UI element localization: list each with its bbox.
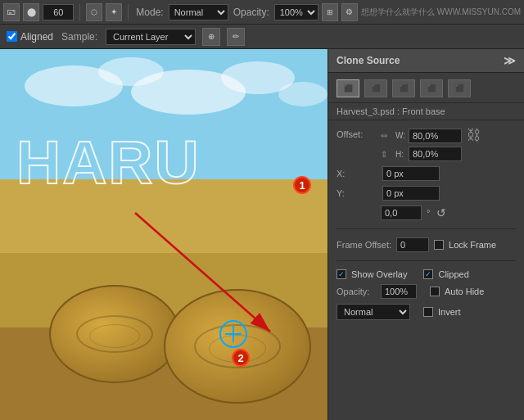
opacity-input[interactable] xyxy=(381,284,417,299)
normal-mode-select[interactable]: Normal xyxy=(337,304,410,320)
crosshair-circle xyxy=(219,320,247,348)
separator-2 xyxy=(337,260,516,261)
clipped-checkbox[interactable] xyxy=(423,269,433,279)
airbrush-icon[interactable]: ✦ xyxy=(106,3,122,21)
panel-body: Offset: ⇔ W: ⛓ ⇕ H: X: xyxy=(328,120,524,327)
frame-offset-label: Frame Offset: xyxy=(337,240,391,250)
opacity-select[interactable]: 100% xyxy=(274,4,318,20)
y-input[interactable] xyxy=(382,186,440,201)
w-row: ⇔ W: ⛓ xyxy=(381,127,481,144)
rotation-input[interactable] xyxy=(381,205,422,220)
canvas-text-overlay: HARU xyxy=(16,127,201,197)
h-input[interactable] xyxy=(409,147,462,161)
watermark-text: 想想学什么就学什么 WWW.MISSYUN.COM xyxy=(361,7,521,18)
x-input[interactable] xyxy=(382,166,440,181)
auto-hide-row: Auto Hide xyxy=(430,287,484,296)
sample-select[interactable]: Current Layer xyxy=(106,29,196,45)
opacity-row: Opacity: xyxy=(337,284,417,299)
brush-size-icon[interactable]: ⬤ xyxy=(23,3,39,21)
align-icon[interactable]: ⊞ xyxy=(322,3,338,21)
x-row: X: xyxy=(337,166,516,181)
main-area: HARU 1 2 Clone Source ≫ ⬛ ⬛ xyxy=(0,49,524,420)
aligned-label: Aligned xyxy=(20,31,53,43)
panel-menu-icon[interactable]: ≫ xyxy=(504,54,516,67)
stamp-tool-icon[interactable]: 🖃 xyxy=(3,3,20,21)
auto-hide-label: Auto Hide xyxy=(445,287,484,296)
reset-rotation-icon[interactable]: ↺ xyxy=(436,206,446,219)
aligned-checkbox[interactable] xyxy=(7,31,17,42)
badge-2: 2 xyxy=(232,349,250,367)
mode-select[interactable]: Normal xyxy=(169,4,228,20)
brush-size-input[interactable]: 60 xyxy=(43,4,74,20)
lock-frame-label: Lock Frame xyxy=(449,240,496,250)
source-icons-row: ⬛ ⬛ ⬛ ⬛ ⬛ xyxy=(328,73,524,103)
lock-frame-checkbox[interactable] xyxy=(434,240,444,250)
panel-header-icons: ≫ xyxy=(504,54,516,67)
y-row: Y: xyxy=(337,186,516,201)
separator-2 xyxy=(128,4,129,20)
rotation-row: ° ↺ xyxy=(381,205,516,220)
link-wh-icon[interactable]: ⛓ xyxy=(467,127,481,144)
source-icon-3[interactable]: ⬛ xyxy=(392,79,415,97)
invert-label: Invert xyxy=(438,307,461,317)
opacity-label: Opacity: xyxy=(337,287,377,296)
top-toolbar: 🖃 ⬤ 60 ⬡ ✦ Mode: Normal Opacity: 100% ⊞ … xyxy=(0,0,524,25)
opacity-label: Opacity: xyxy=(233,7,269,18)
offset-label: Offset: xyxy=(337,127,377,139)
frame-offset-row: Frame Offset: Lock Frame xyxy=(337,237,516,252)
y-label: Y: xyxy=(337,188,377,198)
h-row: ⇕ H: xyxy=(381,147,481,161)
panel-title: Clone Source xyxy=(337,55,400,66)
opacity-autohide-row: Opacity: Auto Hide xyxy=(337,284,516,299)
sample-label: Sample: xyxy=(61,31,97,43)
badge-1: 1 xyxy=(293,176,311,194)
source-icon-1[interactable]: ⬛ xyxy=(337,79,359,97)
show-overlay-label: Show Overlay xyxy=(351,269,407,279)
x-label: X: xyxy=(337,169,377,178)
source-icon-2[interactable]: ⬛ xyxy=(364,79,387,97)
source-icon-5[interactable]: ⬛ xyxy=(448,79,471,97)
h-label: H: xyxy=(395,150,405,159)
cloud-5 xyxy=(278,82,328,106)
source-icon-4[interactable]: ⬛ xyxy=(420,79,443,97)
canvas-area[interactable]: HARU 1 2 xyxy=(0,49,328,420)
overlay-clipped-row: Show Overlay Clipped xyxy=(337,269,516,279)
separator-1 xyxy=(79,4,80,20)
rotation-unit: ° xyxy=(427,208,430,218)
mode-label: Mode: xyxy=(136,7,163,18)
clone-source-icon[interactable]: ⊕ xyxy=(202,28,220,46)
frame-offset-input[interactable] xyxy=(396,237,429,252)
brush-preset-icon[interactable]: ⬡ xyxy=(86,3,102,21)
clipped-label: Clipped xyxy=(438,269,468,279)
w-label: W: xyxy=(395,131,405,140)
auto-hide-checkbox[interactable] xyxy=(430,287,440,296)
w-icon: ⇔ xyxy=(381,131,392,140)
show-overlay-row: Show Overlay xyxy=(337,269,407,279)
invert-checkbox[interactable] xyxy=(423,307,433,317)
clipped-row: Clipped xyxy=(423,269,468,279)
second-toolbar: Aligned Sample: Current Layer ⊕ ✏ xyxy=(0,25,524,49)
show-overlay-checkbox[interactable] xyxy=(337,269,346,279)
separator xyxy=(337,228,516,229)
invert-row: Invert xyxy=(423,307,461,317)
brush-toggle-icon[interactable]: ✏ xyxy=(227,28,245,46)
panel-filename: Harvest_3.psd : Front base xyxy=(328,103,524,120)
normal-invert-row: Normal Invert xyxy=(337,304,516,320)
clone-source-panel: Clone Source ≫ ⬛ ⬛ ⬛ ⬛ ⬛ Harvest_3.psd :… xyxy=(328,49,524,420)
settings-icon[interactable]: ⚙ xyxy=(341,3,358,21)
hay-bale-left xyxy=(49,285,180,383)
panel-header: Clone Source ≫ xyxy=(328,49,524,73)
aligned-checkbox-label[interactable]: Aligned xyxy=(7,31,53,43)
w-input[interactable] xyxy=(409,129,462,143)
h-icon: ⇕ xyxy=(381,150,392,159)
